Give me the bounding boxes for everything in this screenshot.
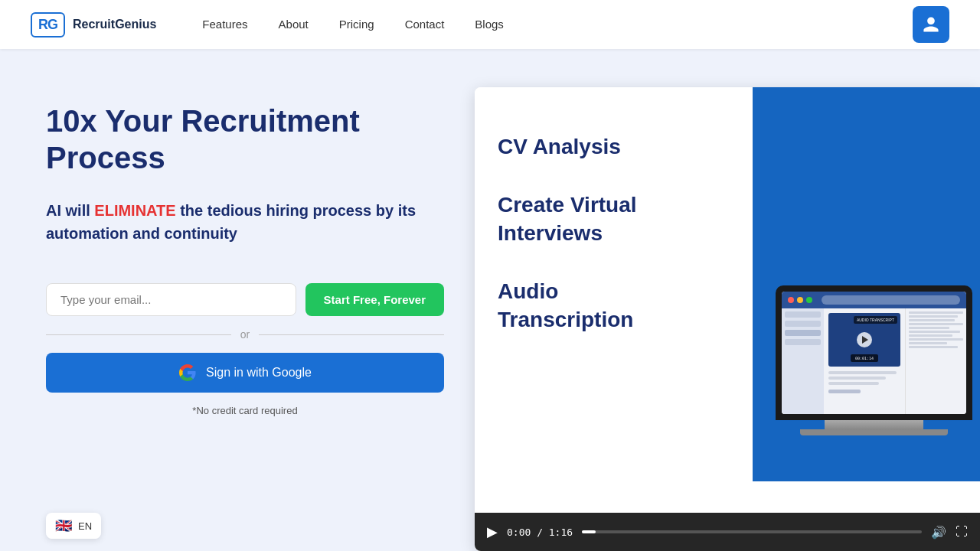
nav-contact[interactable]: Contact [405,18,445,31]
volume-button[interactable]: 🔊 [931,525,946,540]
logo[interactable]: RG RecruitGenius [31,12,156,37]
video-container: CV Analysis Create VirtualInterviews Aud… [475,87,980,551]
google-icon [178,364,197,382]
feature-item-virtual: Create VirtualInterviews [498,191,730,247]
google-signin-label: Sign in with Google [206,366,312,380]
logo-box: RG [31,12,65,37]
main-headline: 10x Your Recruitment Process [46,103,444,176]
email-input[interactable] [46,283,296,316]
video-controls: ▶ 0:00 / 1:16 🔊 ⛶ [475,513,980,551]
flag-icon: 🇬🇧 [55,517,72,534]
screen-timer: 00:01:14 [851,354,878,362]
language-selector[interactable]: 🇬🇧 EN [46,513,101,539]
video-right-panel: AUDIO TRANSCRIPT 00:01:14 [753,87,980,481]
divider-row: or [46,328,444,341]
email-form: Start Free, Forever [46,283,444,316]
screen-label: AUDIO TRANSCRIPT [854,316,897,324]
no-credit-text: *No credit card required [46,405,444,416]
progress-bar[interactable] [582,530,922,533]
right-section: CV Analysis Create VirtualInterviews Aud… [475,95,934,551]
nav-features[interactable]: Features [202,18,247,31]
nav-about[interactable]: About [279,18,309,31]
screen-video-thumb: AUDIO TRANSCRIPT 00:01:14 [828,313,900,367]
divider-line-right [259,334,444,335]
left-section: 10x Your Recruitment Process AI will ELI… [46,95,444,416]
subheadline: AI will ELIMINATE the tedious hiring pro… [46,199,444,245]
subheadline-prefix: AI will [46,202,94,219]
feature-list: CV Analysis Create VirtualInterviews Aud… [498,118,730,334]
main-content: 10x Your Recruitment Process AI will ELI… [0,49,980,551]
feature-item-cv: CV Analysis [498,133,730,161]
google-signin-button[interactable]: Sign in with Google [46,353,444,393]
divider-text: or [240,328,250,341]
logo-name: RecruitGenius [73,18,156,31]
video-time: 0:00 / 1:16 [507,527,573,538]
fullscreen-button[interactable]: ⛶ [956,525,968,539]
logo-rg-text: RG [38,17,57,33]
divider-line-left [46,334,231,335]
subheadline-highlight: ELIMINATE [94,202,175,219]
play-button[interactable]: ▶ [487,523,498,540]
user-account-button[interactable] [913,6,949,43]
nav-blogs[interactable]: Blogs [475,18,504,31]
start-free-button[interactable]: Start Free, Forever [305,283,444,316]
progress-fill [582,530,596,533]
user-icon [922,15,940,34]
language-text: EN [78,520,92,532]
navbar: RG RecruitGenius Features About Pricing … [0,0,980,49]
feature-list-panel: CV Analysis Create VirtualInterviews Aud… [475,87,753,551]
computer-mockup: AUDIO TRANSCRIPT 00:01:14 [776,285,972,435]
feature-item-audio: AudioTranscription [498,278,730,334]
nav-pricing[interactable]: Pricing [339,18,374,31]
nav-links: Features About Pricing Contact Blogs [202,18,913,31]
